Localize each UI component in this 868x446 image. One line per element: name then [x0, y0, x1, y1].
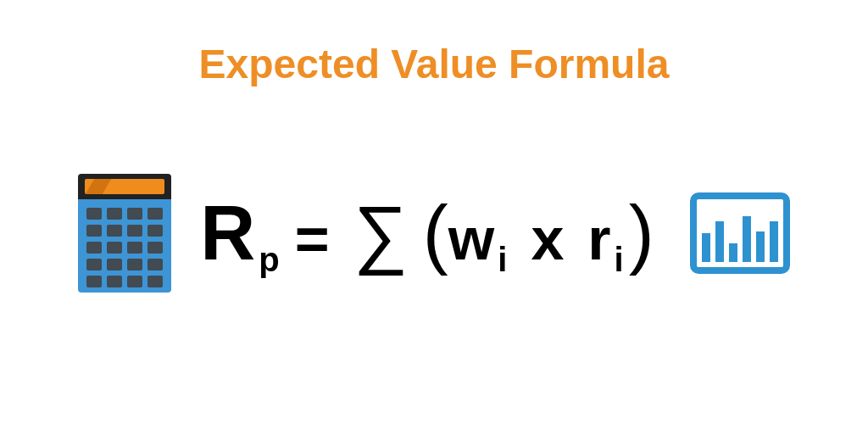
lhs-subscript: p — [259, 243, 279, 276]
formula-card: Expected Value Formula R p = ∑ ( — [0, 0, 868, 446]
multiply-op: x — [531, 209, 564, 269]
term1: w — [448, 209, 494, 269]
term1-subscript: i — [498, 241, 507, 279]
calculator-icon — [78, 174, 171, 293]
term2-subscript: i — [615, 241, 624, 279]
left-paren: ( — [423, 195, 448, 271]
summation: ∑ — [353, 195, 408, 271]
equals: = — [295, 209, 330, 269]
term2: r — [587, 209, 610, 269]
formula-row: R p = ∑ ( w i x r i ) — [0, 174, 868, 293]
lhs-variable: R — [200, 195, 255, 271]
right-paren: ) — [629, 195, 654, 271]
formula: R p = ∑ ( w i x r i ) — [200, 195, 654, 271]
page-title: Expected Value Formula — [0, 41, 868, 87]
bar-chart-icon — [690, 192, 790, 274]
